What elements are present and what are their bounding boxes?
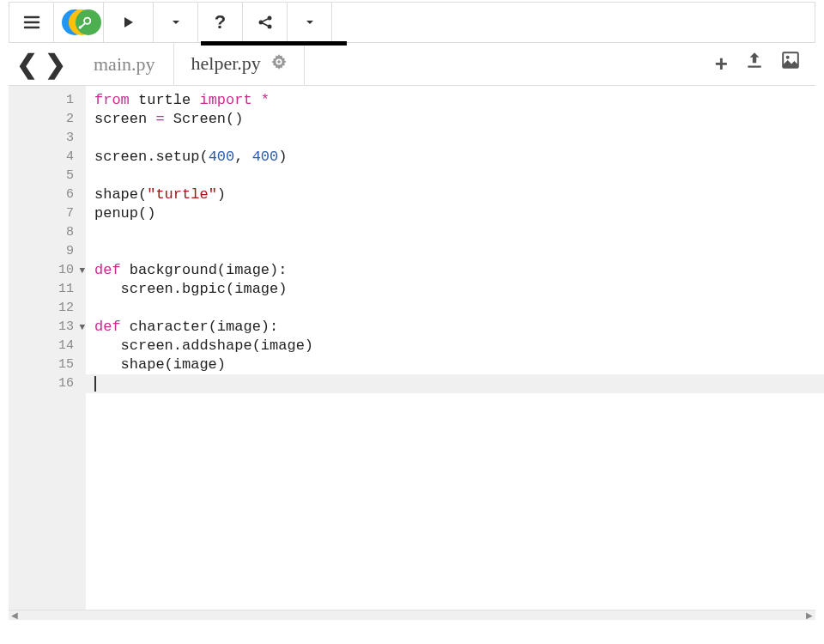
horizontal-scrollbar[interactable]: ◀ ▶ — [9, 610, 815, 620]
key-logo-icon — [62, 5, 96, 39]
svg-point-5 — [786, 56, 790, 59]
share-button[interactable] — [243, 3, 288, 42]
chevron-down-icon — [305, 17, 315, 27]
upload-icon — [745, 51, 764, 70]
line-number: 8 — [9, 223, 86, 242]
code-line[interactable]: screen = Screen() — [94, 110, 815, 129]
tab-helper-py[interactable]: helper.py — [173, 43, 305, 85]
run-button[interactable] — [104, 3, 154, 42]
help-button[interactable]: ? — [198, 3, 243, 42]
code-line[interactable] — [94, 242, 815, 261]
logo-button[interactable] — [54, 3, 104, 42]
line-number: 16 — [9, 374, 86, 393]
add-file-button[interactable]: + — [715, 51, 728, 77]
tabs-container: main.py helper.py — [76, 43, 305, 85]
code-line[interactable] — [86, 374, 824, 393]
code-line[interactable]: shape(image) — [94, 355, 815, 374]
active-tab-indicator — [201, 41, 347, 46]
tab-row: ❮ ❯ main.py helper.py + — [9, 43, 815, 86]
line-number: 13▼ — [9, 318, 86, 337]
fold-icon[interactable]: ▼ — [79, 318, 85, 337]
code-line[interactable]: penup() — [94, 204, 815, 223]
menu-button[interactable] — [9, 3, 54, 42]
scroll-left-button[interactable]: ◀ — [9, 611, 21, 620]
nav-forward-button[interactable]: ❯ — [45, 49, 66, 79]
chevron-down-icon — [171, 17, 181, 27]
tab-settings-icon[interactable] — [271, 54, 287, 74]
code-line[interactable] — [94, 129, 815, 148]
line-number: 9 — [9, 242, 86, 261]
code-line[interactable]: screen.bgpic(image) — [94, 280, 815, 299]
line-number: 11 — [9, 280, 86, 299]
nav-arrows: ❮ ❯ — [9, 49, 69, 79]
run-dropdown-button[interactable] — [154, 3, 198, 42]
code-line[interactable]: from turtle import * — [94, 91, 815, 110]
line-gutter: 12345678910▼111213▼141516 — [9, 86, 86, 610]
image-icon — [781, 51, 800, 70]
code-line[interactable]: shape("turtle") — [94, 185, 815, 204]
code-line[interactable] — [94, 223, 815, 242]
scroll-track[interactable] — [21, 611, 803, 621]
line-number: 6 — [9, 185, 86, 204]
upload-button[interactable] — [745, 51, 764, 77]
help-icon: ? — [215, 11, 226, 33]
tab-label: helper.py — [191, 52, 261, 75]
line-number: 2 — [9, 110, 86, 129]
line-number: 5 — [9, 167, 86, 185]
code-line[interactable] — [94, 167, 815, 185]
line-number: 15 — [9, 355, 86, 374]
main-toolbar: ? — [9, 2, 815, 43]
code-editor[interactable]: 12345678910▼111213▼141516 from turtle im… — [9, 86, 815, 610]
code-line[interactable]: def background(image): — [94, 261, 815, 280]
code-line[interactable]: def character(image): — [94, 318, 815, 337]
code-line[interactable] — [94, 299, 815, 318]
line-number: 4 — [9, 148, 86, 167]
line-number: 12 — [9, 299, 86, 318]
tab-right-icons: + — [715, 51, 815, 77]
scroll-right-button[interactable]: ▶ — [803, 611, 815, 620]
line-number: 10▼ — [9, 261, 86, 280]
tab-label: main.py — [94, 53, 155, 76]
code-line[interactable]: screen.addshape(image) — [94, 337, 815, 355]
share-dropdown-button[interactable] — [288, 3, 332, 42]
line-number: 1 — [9, 91, 86, 110]
line-number: 14 — [9, 337, 86, 355]
svg-point-0 — [84, 18, 90, 24]
code-area[interactable]: from turtle import *screen = Screen()scr… — [86, 86, 815, 610]
image-button[interactable] — [781, 51, 800, 77]
line-number: 7 — [9, 204, 86, 223]
text-cursor — [94, 376, 96, 392]
tab-main-py[interactable]: main.py — [76, 43, 173, 85]
share-icon — [257, 14, 274, 31]
nav-back-button[interactable]: ❮ — [16, 49, 38, 79]
fold-icon[interactable]: ▼ — [79, 261, 85, 280]
code-line[interactable]: screen.setup(400, 400) — [94, 148, 815, 167]
line-number: 3 — [9, 129, 86, 148]
